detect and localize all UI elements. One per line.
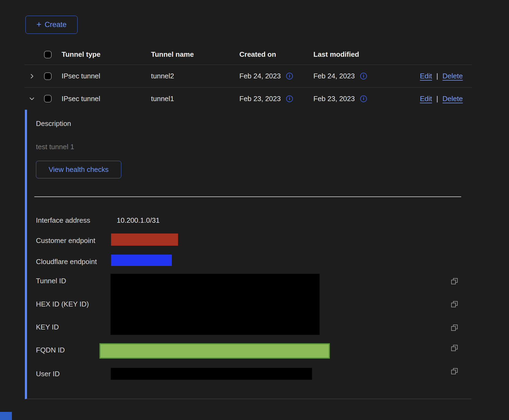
copy-icon[interactable] xyxy=(451,301,458,308)
customer-endpoint-redaction-bar xyxy=(111,234,178,246)
chevron-down-icon xyxy=(29,96,35,102)
table-row: IPsec tunnel tunnel1 Feb 23, 2023 i Feb … xyxy=(24,88,472,110)
ids-redaction-block xyxy=(110,274,320,335)
info-icon[interactable]: i xyxy=(360,73,367,79)
row-checkbox[interactable] xyxy=(44,72,52,80)
edit-link[interactable]: Edit xyxy=(420,72,432,80)
expand-row-button[interactable] xyxy=(29,73,35,79)
pipe-separator: | xyxy=(436,95,438,103)
column-header-created-on: Created on xyxy=(239,50,313,59)
tunnel-type-cell: IPsec tunnel xyxy=(62,72,151,80)
create-button[interactable]: + Create xyxy=(25,16,78,34)
created-on-cell: Feb 23, 2023 xyxy=(239,95,281,103)
cloudflare-endpoint-label: Cloudflare endpoint xyxy=(36,258,97,266)
collapse-row-button[interactable] xyxy=(29,96,35,102)
section-divider xyxy=(34,196,461,197)
create-button-label: Create xyxy=(45,21,66,29)
view-health-checks-button[interactable]: View health checks xyxy=(36,161,121,178)
tunnel-name-cell: tunnel1 xyxy=(151,95,239,103)
table-row: IPsec tunnel tunnel2 Feb 24, 2023 i Feb … xyxy=(24,65,472,88)
info-icon[interactable]: i xyxy=(286,95,293,102)
delete-link[interactable]: Delete xyxy=(443,95,463,103)
customer-endpoint-label: Customer endpoint xyxy=(36,236,95,245)
copy-icon[interactable] xyxy=(451,278,458,285)
hex-id-label: HEX ID (KEY ID) xyxy=(36,300,89,308)
info-icon[interactable]: i xyxy=(286,73,293,79)
copy-icon[interactable] xyxy=(451,324,458,331)
pipe-separator: | xyxy=(436,72,438,80)
column-header-tunnel-name: Tunnel name xyxy=(151,50,239,59)
description-value: test tunnel 1 xyxy=(36,143,74,151)
offscreen-ui-fragment xyxy=(0,412,12,420)
last-modified-cell: Feb 23, 2023 xyxy=(313,95,355,103)
plus-icon: + xyxy=(36,20,42,29)
select-all-checkbox[interactable] xyxy=(44,51,52,58)
tunnel-name-cell: tunnel2 xyxy=(151,72,239,80)
column-header-last-modified: Last modified xyxy=(313,50,472,59)
interface-address-label: Interface address xyxy=(36,216,90,224)
delete-link[interactable]: Delete xyxy=(443,72,463,80)
key-id-label: KEY ID xyxy=(36,323,59,331)
table-header-row: Tunnel type Tunnel name Created on Last … xyxy=(24,44,472,65)
fqdn-id-redaction-bar xyxy=(99,343,330,359)
tunnel-type-cell: IPsec tunnel xyxy=(62,95,151,103)
row-checkbox[interactable] xyxy=(44,95,52,102)
copy-icon[interactable] xyxy=(451,344,458,352)
tunnels-page: + Create Tunnel type Tunnel name Created… xyxy=(0,0,509,420)
fqdn-id-label: FQDN ID xyxy=(36,346,65,354)
copy-icon[interactable] xyxy=(451,368,458,375)
expanded-row-panel: Description test tunnel 1 View health ch… xyxy=(25,110,471,399)
last-modified-cell: Feb 24, 2023 xyxy=(313,72,355,80)
chevron-right-icon xyxy=(29,73,35,79)
description-label: Description xyxy=(36,119,71,128)
interface-address-value: 10.200.1.0/31 xyxy=(117,216,160,224)
user-id-redaction-bar xyxy=(111,368,312,380)
column-header-tunnel-type: Tunnel type xyxy=(62,50,151,59)
info-icon[interactable]: i xyxy=(360,95,367,102)
created-on-cell: Feb 24, 2023 xyxy=(239,72,281,80)
cloudflare-endpoint-redaction-bar xyxy=(111,255,172,266)
tunnel-id-label: Tunnel ID xyxy=(36,277,66,285)
edit-link[interactable]: Edit xyxy=(420,95,432,103)
user-id-label: User ID xyxy=(36,370,60,378)
